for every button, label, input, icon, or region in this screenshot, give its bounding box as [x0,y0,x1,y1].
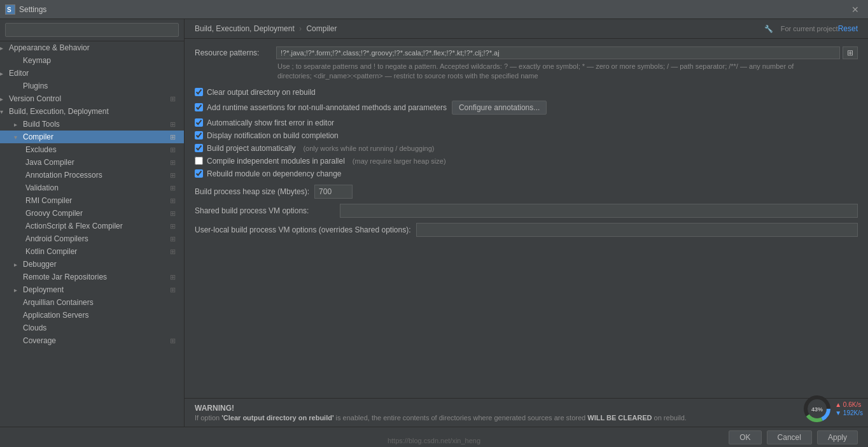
arrow-icon: ▸ [0,70,9,77]
apply-button[interactable]: Apply [817,430,858,444]
display-notification-checkbox[interactable] [195,131,203,139]
upload-speed: ▲ 0.6K/s [835,401,863,408]
clear-output-label: Clear output directory on rebuild [207,88,316,97]
heap-size-label: Build process heap size (Mbytes): [195,187,309,196]
show-first-error-label: Automatically show first error in editor [207,118,334,127]
sidebar-item-appearance[interactable]: ▸ Appearance & Behavior [0,41,184,54]
sidebar-item-groovy-compiler[interactable]: Groovy Compiler ⊞ [0,207,184,220]
sidebar-item-java-compiler[interactable]: Java Compiler ⊞ [0,156,184,169]
sidebar-item-actionscript-compiler[interactable]: ActionScript & Flex Compiler ⊞ [0,220,184,232]
sidebar-item-label: Clouds [14,323,179,332]
nav-tree: ▸ Appearance & Behavior Keymap ▸ Editor … [0,41,184,427]
runtime-assertions-checkbox[interactable] [195,103,203,111]
sidebar-item-build-tools[interactable]: ▸ Build Tools ⊞ [0,118,184,131]
breadcrumb-part1: Build, Execution, Deployment [195,24,295,33]
shared-vm-input[interactable] [340,204,858,218]
search-input[interactable] [5,23,179,37]
sidebar-item-label: Plugins [23,82,179,90]
sidebar-item-clouds[interactable]: Clouds [0,322,184,334]
sidebar-item-plugins[interactable]: Plugins [0,80,184,92]
sidebar-item-coverage[interactable]: Coverage ⊞ [0,334,184,347]
breadcrumb-sep: › [299,24,304,33]
close-button[interactable]: ✕ [848,3,863,16]
user-vm-input[interactable] [416,223,858,237]
sidebar-item-deployment[interactable]: ▸ Deployment ⊞ [0,283,184,296]
sidebar-item-label: Android Compilers [25,234,170,243]
copy-icon: ⊞ [170,235,179,243]
sidebar-item-label: Excludes [25,145,170,154]
copy-icon: ⊞ [170,286,179,294]
build-automatically-label: Build project automatically [207,144,295,153]
resource-patterns-hint: Use ; to separate patterns and ! to nega… [277,62,858,82]
content-area: Build, Execution, Deployment › Compiler … [185,19,868,427]
user-vm-row: User-local build process VM options (ove… [195,223,858,237]
arrow-icon: ▸ [14,287,23,294]
compile-parallel-checkbox[interactable] [195,157,203,165]
sidebar-item-android-compilers[interactable]: Android Compilers ⊞ [0,232,184,245]
display-notification-row: Display notification on build completion [195,131,858,140]
sidebar-item-label: Validation [25,183,170,192]
network-donut: 43% [803,395,831,423]
sidebar-item-kotlin-compiler[interactable]: Kotlin Compiler ⊞ [0,245,184,258]
heap-size-row: Build process heap size (Mbytes): [195,185,858,199]
sidebar-item-validation[interactable]: Validation ⊞ [0,181,184,194]
network-widget: 43% ▲ 0.6K/s ▼ 192K/s [803,395,863,423]
sidebar-item-arquillian[interactable]: Arquillian Containers [0,296,184,309]
sidebar-item-label: Kotlin Compiler [25,247,170,256]
resource-patterns-input[interactable] [276,46,840,59]
rebuild-on-dependency-checkbox[interactable] [195,169,203,178]
bottom-url: https://blog.csdn.net/xin_heng [388,437,480,444]
copy-icon: ⊞ [170,120,179,129]
download-speed: ▼ 192K/s [835,409,863,416]
sidebar-item-label: Build, Execution, Deployment [9,107,179,116]
sidebar-item-rmi-compiler[interactable]: RMI Compiler ⊞ [0,194,184,207]
sidebar-item-label: Java Compiler [25,158,170,167]
show-first-error-checkbox[interactable] [195,118,203,127]
copy-icon: ⊞ [170,133,179,141]
resource-patterns-add-button[interactable]: ⊞ [843,46,858,59]
network-stats: ▲ 0.6K/s ▼ 192K/s [835,401,863,416]
sidebar-item-application-servers[interactable]: Application Servers [0,309,184,322]
copy-icon: ⊞ [170,184,179,192]
sidebar-item-label: Appearance & Behavior [9,43,179,52]
content-header: Build, Execution, Deployment › Compiler … [185,19,868,39]
show-first-error-row: Automatically show first error in editor [195,118,858,127]
breadcrumb-part2: Compiler [306,24,337,33]
sidebar-item-editor[interactable]: ▸ Editor [0,67,184,80]
copy-icon: ⊞ [170,222,179,231]
sidebar-item-build-execution[interactable]: ▾ Build, Execution, Deployment [0,105,184,118]
title-bar: S Settings ✕ [0,0,868,19]
sidebar-item-label: Coverage [14,336,170,345]
copy-icon: ⊞ [170,209,179,218]
heap-size-input[interactable] [314,185,353,199]
build-automatically-checkbox[interactable] [195,144,203,152]
ok-button[interactable]: OK [729,430,761,444]
cancel-button[interactable]: Cancel [767,430,812,444]
sidebar-item-label: Groovy Compiler [25,209,170,218]
copy-icon: ⊞ [170,171,179,180]
bottom-bar: https://blog.csdn.net/xin_heng 43% ▲ 0.6… [0,427,868,447]
copy-icon: ⊞ [170,146,179,154]
sidebar-item-keymap[interactable]: Keymap [0,54,184,67]
window-title: Settings [19,5,848,14]
sidebar-item-label: Version Control [9,94,170,103]
copy-icon: ⊞ [170,337,179,345]
sidebar-item-version-control[interactable]: ▸ Version Control ⊞ [0,92,184,105]
resource-patterns-row: Resource patterns: ⊞ [195,46,858,59]
sidebar-item-excludes[interactable]: Excludes ⊞ [0,143,184,156]
warning-box: WARNING! If option 'Clear output directo… [185,398,868,427]
build-automatically-row: Build project automatically (only works … [195,144,858,153]
reset-button[interactable]: Reset [838,24,858,33]
sidebar-item-annotation-processors[interactable]: Annotation Processors ⊞ [0,169,184,181]
compile-parallel-hint: (may require larger heap size) [353,157,446,165]
runtime-assertions-label: Add runtime assertions for not-null-anno… [207,103,447,112]
project-icon: 🔧 [764,25,773,33]
sidebar-item-compiler[interactable]: ▾ Compiler ⊞ [0,131,184,143]
configure-annotations-button[interactable]: Configure annotations... [452,101,547,115]
sidebar-item-remote-jar[interactable]: Remote Jar Repositories ⊞ [0,271,184,283]
clear-output-checkbox[interactable] [195,88,203,96]
sidebar-item-debugger[interactable]: ▸ Debugger [0,258,184,271]
sidebar-item-label: Annotation Processors [25,171,170,180]
build-automatically-hint: (only works while not running / debuggin… [303,145,434,152]
clear-output-row: Clear output directory on rebuild [195,88,858,97]
